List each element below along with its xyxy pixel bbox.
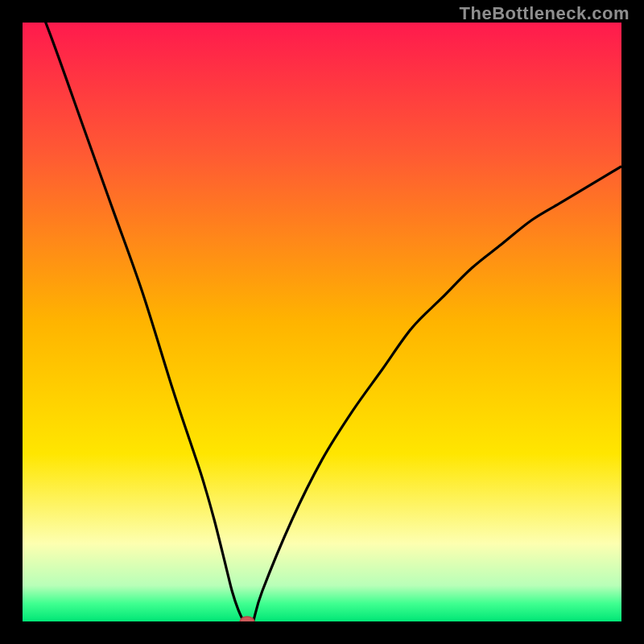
optimum-marker [240, 617, 254, 621]
plot-background [23, 23, 621, 621]
chart-plot [23, 23, 621, 621]
watermark-text: TheBottleneck.com [460, 3, 630, 24]
chart-frame: { "watermark": "TheBottleneck.com", "col… [0, 0, 644, 644]
